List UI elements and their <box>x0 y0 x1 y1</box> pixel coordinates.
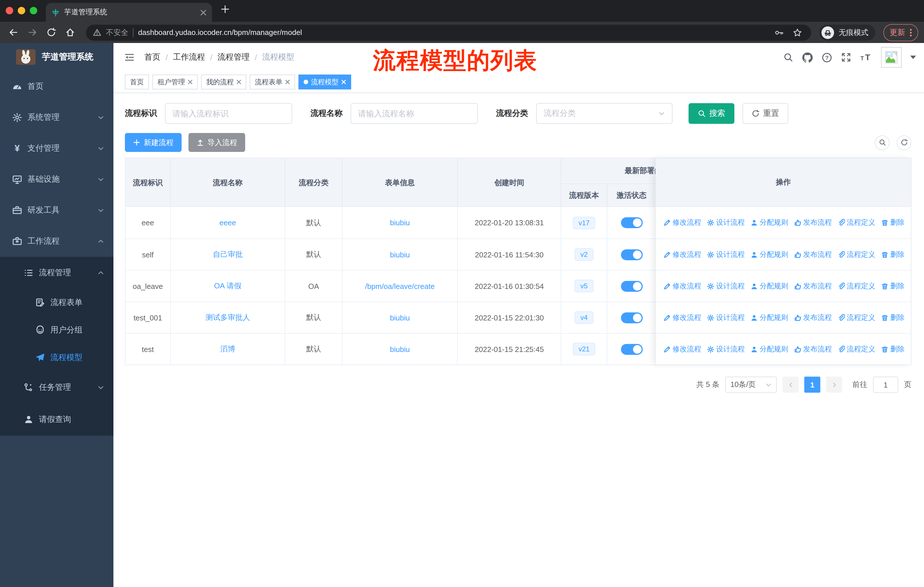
new-tab-button[interactable] <box>221 5 230 14</box>
create-process-button[interactable]: 新建流程 <box>125 133 182 152</box>
assign-rule-link[interactable]: 分配规则 <box>751 313 788 322</box>
current-page[interactable]: 1 <box>804 377 820 393</box>
assign-rule-link[interactable]: 分配规则 <box>751 281 788 291</box>
form-info-link[interactable]: biubiu <box>390 250 409 259</box>
assign-rule-link[interactable]: 分配规则 <box>751 344 788 354</box>
publish-process-link[interactable]: 发布流程 <box>794 313 832 322</box>
star-icon[interactable] <box>790 28 804 37</box>
breadcrumb-process-mgmt[interactable]: 流程管理 <box>218 52 250 63</box>
maximize-window-button[interactable] <box>30 7 37 14</box>
back-icon[interactable] <box>6 28 21 37</box>
sidebar-item-devtools[interactable]: 研发工具 <box>0 195 114 226</box>
form-info-link[interactable]: biubiu <box>390 345 409 354</box>
prev-page-button[interactable] <box>782 377 799 393</box>
next-page-button[interactable] <box>826 377 842 393</box>
delete-link[interactable]: 删除 <box>881 250 904 260</box>
form-info-link[interactable]: biubiu <box>390 313 409 322</box>
close-icon[interactable] <box>237 80 241 84</box>
version-badge[interactable]: v21 <box>573 343 596 356</box>
delete-link[interactable]: 删除 <box>881 313 904 322</box>
process-name-link[interactable]: 滔博 <box>220 344 235 354</box>
active-toggle[interactable] <box>621 344 642 355</box>
active-toggle[interactable] <box>621 217 642 228</box>
publish-process-link[interactable]: 发布流程 <box>794 344 832 354</box>
update-label[interactable]: 更新 <box>889 27 905 38</box>
search-icon[interactable] <box>783 52 794 63</box>
edit-process-link[interactable]: 修改流程 <box>663 313 701 322</box>
design-process-link[interactable]: 设计流程 <box>707 281 745 291</box>
publish-process-link[interactable]: 发布流程 <box>794 218 832 228</box>
tag-process-model[interactable]: 流程模型 <box>299 74 351 89</box>
home-icon[interactable] <box>63 28 78 37</box>
form-info-link[interactable]: /bpm/oa/leave/create <box>365 282 435 290</box>
filter-category-select[interactable]: 流程分类 <box>536 103 673 124</box>
active-toggle[interactable] <box>621 312 642 323</box>
delete-link[interactable]: 删除 <box>881 344 904 354</box>
design-process-link[interactable]: 设计流程 <box>707 344 745 354</box>
minimize-window-button[interactable] <box>18 7 25 14</box>
chevron-down-icon[interactable] <box>910 56 916 59</box>
tab-close-icon[interactable] <box>201 10 206 15</box>
reload-icon[interactable] <box>43 28 59 37</box>
process-name-link[interactable]: eeee <box>219 218 236 227</box>
sidebar-item-task-mgmt[interactable]: 任务管理 <box>0 372 114 403</box>
sidebar-item-home[interactable]: 首页 <box>0 71 114 102</box>
sidebar-item-infrastructure[interactable]: 基础设施 <box>0 164 114 195</box>
version-badge[interactable]: v4 <box>574 311 593 324</box>
close-icon[interactable] <box>188 80 193 84</box>
search-button[interactable]: 搜索 <box>688 103 734 124</box>
close-icon[interactable] <box>342 80 346 84</box>
window-controls[interactable] <box>6 7 37 14</box>
active-toggle[interactable] <box>621 249 642 260</box>
url-bar[interactable]: 不安全 dashboard.yudao.iocoder.cn/bpm/manag… <box>86 24 811 40</box>
tag-home[interactable]: 首页 <box>125 74 149 89</box>
browser-menu-icon[interactable] <box>910 28 912 37</box>
sidebar-item-payment[interactable]: ¥ 支付管理 <box>0 133 114 164</box>
design-process-link[interactable]: 设计流程 <box>707 250 745 260</box>
sidebar-item-leave-query[interactable]: 请假查询 <box>0 403 114 436</box>
sidebar-item-user-group[interactable]: 用户分组 <box>0 316 114 344</box>
sidebar-item-process-model[interactable]: 流程模型 <box>0 344 114 372</box>
process-definition-link[interactable]: 流程定义 <box>838 344 875 354</box>
filter-id-input[interactable] <box>165 103 292 124</box>
process-definition-link[interactable]: 流程定义 <box>838 281 875 291</box>
process-definition-link[interactable]: 流程定义 <box>838 250 875 260</box>
design-process-link[interactable]: 设计流程 <box>707 313 745 322</box>
breadcrumb-workflow[interactable]: 工作流程 <box>173 52 205 63</box>
process-definition-link[interactable]: 流程定义 <box>838 313 875 322</box>
update-button[interactable]: 更新 <box>883 24 918 41</box>
sidebar-item-process-mgmt[interactable]: 流程管理 <box>0 257 114 289</box>
sidebar-item-process-form[interactable]: 流程表单 <box>0 289 114 316</box>
browser-tab[interactable]: 芋道管理系统 <box>46 3 212 22</box>
reset-button[interactable]: 重置 <box>742 103 788 124</box>
assign-rule-link[interactable]: 分配规则 <box>751 250 788 260</box>
version-badge[interactable]: v5 <box>574 280 593 293</box>
design-process-link[interactable]: 设计流程 <box>707 218 745 228</box>
import-process-button[interactable]: 导入流程 <box>188 133 245 152</box>
app-logo[interactable]: 芋道管理系统 <box>0 43 114 71</box>
edit-process-link[interactable]: 修改流程 <box>663 250 701 260</box>
publish-process-link[interactable]: 发布流程 <box>794 281 832 291</box>
fullscreen-icon[interactable] <box>841 52 851 63</box>
text-size-icon[interactable]: TT <box>860 52 873 63</box>
delete-link[interactable]: 删除 <box>881 281 904 291</box>
key-icon[interactable] <box>772 28 786 37</box>
tag-my-process[interactable]: 我的流程 <box>201 74 246 89</box>
filter-name-input[interactable] <box>351 103 478 124</box>
version-badge[interactable]: v17 <box>573 217 596 229</box>
form-info-link[interactable]: biubiu <box>390 218 409 227</box>
process-name-link[interactable]: 自己审批 <box>213 250 243 260</box>
github-icon[interactable] <box>802 52 813 63</box>
url-text[interactable]: dashboard.yudao.iocoder.cn/bpm/manager/m… <box>138 28 767 37</box>
avatar[interactable] <box>881 47 902 68</box>
question-icon[interactable]: ? <box>822 52 832 63</box>
delete-link[interactable]: 删除 <box>881 218 904 228</box>
tag-tenant[interactable]: 租户管理 <box>152 74 198 89</box>
sidebar-toggle-icon[interactable] <box>124 51 135 63</box>
publish-process-link[interactable]: 发布流程 <box>794 250 832 260</box>
version-badge[interactable]: v2 <box>574 248 593 261</box>
close-icon[interactable] <box>285 80 290 84</box>
forward-icon[interactable] <box>25 28 40 37</box>
refresh-icon[interactable] <box>896 135 911 150</box>
tag-process-form[interactable]: 流程表单 <box>250 74 295 89</box>
